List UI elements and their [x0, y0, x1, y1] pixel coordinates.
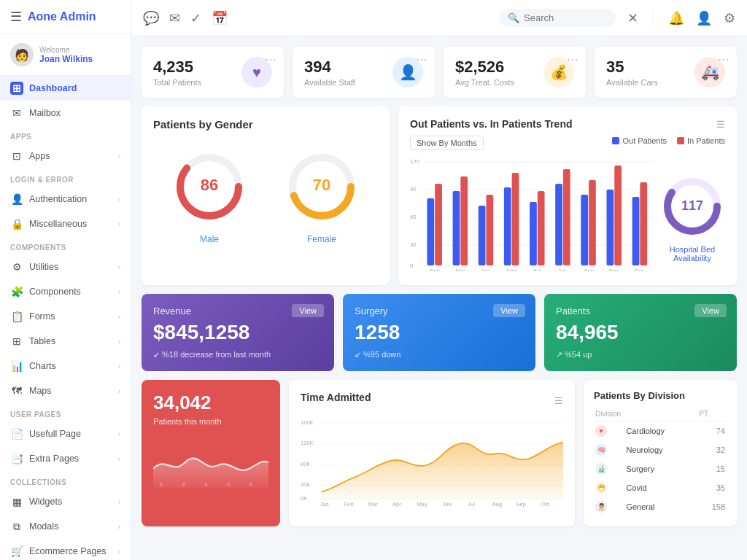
chart-legend: Out Patients In Patients [612, 136, 725, 145]
more-icon[interactable]: ⋯ [718, 52, 729, 66]
section-label-login: LOGIN & ERROR [0, 168, 131, 187]
female-donut: 70 Female [282, 147, 362, 244]
sparkline-svg: 2 3 4 5 6 [153, 433, 268, 491]
svg-rect-16 [427, 198, 434, 265]
surgery-icon: 🔬 [595, 463, 607, 475]
bed-availability-section: 117 Hospital Bed Availability [659, 155, 725, 273]
more-icon[interactable]: ⋯ [416, 52, 427, 66]
sidebar-item-maps[interactable]: 🗺 Maps › [0, 378, 131, 403]
sidebar-item-usefull[interactable]: 📄 Usefull Page › [0, 421, 131, 446]
topbar-right-icons: ✕ 🔔 👤 ⚙ [627, 9, 735, 27]
svg-text:120: 120 [410, 158, 420, 165]
sidebar-item-forms[interactable]: 📋 Forms › [0, 304, 131, 329]
email-icon[interactable]: ✉ [169, 10, 180, 26]
sidebar-item-label: Modals [29, 521, 112, 532]
svg-text:Jan: Jan [320, 501, 329, 508]
user-welcome: Welcome [39, 46, 93, 54]
sidebar-item-label: Forms [29, 311, 112, 322]
chevron-right-icon: › [118, 523, 120, 531]
more-icon[interactable]: ⋯ [265, 52, 276, 66]
cars-value: 35 [606, 58, 658, 77]
svg-text:Jun: Jun [533, 268, 542, 271]
sidebar-item-components[interactable]: 🧩 Components › [0, 279, 131, 304]
svg-text:0K: 0K [301, 495, 307, 502]
notification-icon[interactable]: 🔔 [668, 10, 684, 26]
sidebar-item-dashboard[interactable]: ⊞ Dashboard [0, 76, 131, 101]
user-icon[interactable]: 👤 [696, 10, 712, 26]
male-label: Male [200, 234, 219, 244]
svg-text:6: 6 [249, 482, 252, 487]
sidebar-item-tables[interactable]: ⊞ Tables › [0, 329, 131, 354]
svg-rect-22 [504, 187, 511, 265]
gear-icon[interactable]: ⚙ [724, 10, 735, 26]
surgery-card: Surgery 1258 ↙ %95 down View [343, 294, 535, 371]
calendar-icon[interactable]: 📅 [212, 10, 228, 26]
surgery-value: 1258 [355, 321, 524, 344]
division-icon-cell: ♥ [594, 421, 624, 441]
staff-value: 394 [304, 58, 355, 77]
sidebar-item-ecommerce[interactable]: 🛒 Ecommerce Pages › [0, 539, 131, 560]
sidebar-item-label: Usefull Page [29, 429, 112, 439]
sidebar-item-label: Components [29, 287, 112, 297]
brain-icon: 🧠 [595, 444, 607, 456]
hamburger-icon[interactable]: ☰ [10, 9, 22, 25]
check-icon[interactable]: ✓ [190, 10, 201, 26]
svg-text:Aug: Aug [492, 501, 501, 508]
svg-text:Sep: Sep [608, 268, 619, 271]
chevron-right-icon: › [118, 455, 120, 463]
sidebar-item-label: Miscellaneous [29, 219, 112, 229]
sidebar-item-miscellaneous[interactable]: 🔒 Miscellaneous › [0, 211, 131, 236]
staff-label: Available Staff [304, 78, 355, 87]
search-input[interactable] [524, 12, 604, 23]
chevron-right-icon: › [118, 430, 120, 438]
sidebar-item-utilities[interactable]: ⚙ Utilities › [0, 254, 131, 279]
more-icon[interactable]: ⋯ [567, 52, 578, 66]
chevron-right-icon: › [118, 220, 120, 228]
sidebar-item-modals[interactable]: ⧉ Modals › [0, 514, 131, 539]
svg-text:2: 2 [160, 482, 163, 487]
svg-rect-26 [555, 184, 562, 265]
time-admitted-chart: 160K 120K 80K 40K 0K [301, 413, 563, 508]
svg-rect-23 [512, 173, 519, 265]
show-months-button[interactable]: Show By Months [410, 136, 484, 150]
menu-icon[interactable]: ☰ [716, 119, 725, 130]
svg-rect-21 [486, 195, 493, 265]
chevron-right-icon: › [118, 263, 120, 271]
apps-icon: ⊡ [10, 149, 23, 163]
user-info: Welcome Joan Wilkins [39, 46, 93, 64]
svg-text:3: 3 [182, 482, 185, 487]
chevron-right-icon: › [118, 195, 120, 203]
division-name: Cardiology [624, 421, 697, 441]
covid-icon: 😷 [595, 482, 607, 494]
svg-rect-17 [435, 184, 442, 265]
patients-change: ↗ %54 up [556, 350, 725, 359]
search-box[interactable]: 🔍 [499, 9, 616, 27]
chevron-right-icon: › [118, 338, 120, 346]
division-name: Covid [624, 478, 697, 497]
sidebar-item-widgets[interactable]: ▦ Widgets › [0, 489, 131, 514]
chevron-right-icon: › [118, 548, 120, 556]
in-patients-dot [677, 137, 684, 144]
svg-rect-33 [640, 182, 647, 265]
sidebar-item-extra[interactable]: 📑 Extra Pages › [0, 446, 131, 471]
topbar: 💬 ✉ ✓ 📅 🔍 ✕ 🔔 👤 ⚙ [131, 0, 747, 36]
legend-out-patients: Out Patients [612, 136, 667, 145]
sidebar-item-authentication[interactable]: 👤 Authentication › [0, 187, 131, 211]
menu-icon[interactable]: ☰ [554, 395, 563, 406]
close-icon[interactable]: ✕ [627, 10, 638, 26]
chat-icon[interactable]: 💬 [143, 10, 159, 26]
misc-icon: 🔒 [10, 217, 23, 230]
svg-rect-18 [453, 191, 460, 265]
bed-donut-svg: 117 [659, 174, 725, 239]
avatar: 🧑 [10, 43, 34, 66]
logo: Aone Admin [28, 10, 96, 23]
sidebar-item-apps[interactable]: ⊡ Apps › [0, 144, 131, 168]
sidebar-item-charts[interactable]: 📊 Charts › [0, 354, 131, 378]
sidebar-item-label: Ecommerce Pages [29, 546, 112, 556]
svg-text:May: May [507, 268, 518, 271]
revenue-view-button[interactable]: View [292, 304, 324, 317]
sidebar-item-mailbox[interactable]: ✉ Mailbox [0, 101, 131, 125]
patients-view-button[interactable]: View [694, 304, 727, 317]
surgery-view-button[interactable]: View [493, 304, 525, 317]
maps-icon: 🗺 [10, 384, 23, 397]
